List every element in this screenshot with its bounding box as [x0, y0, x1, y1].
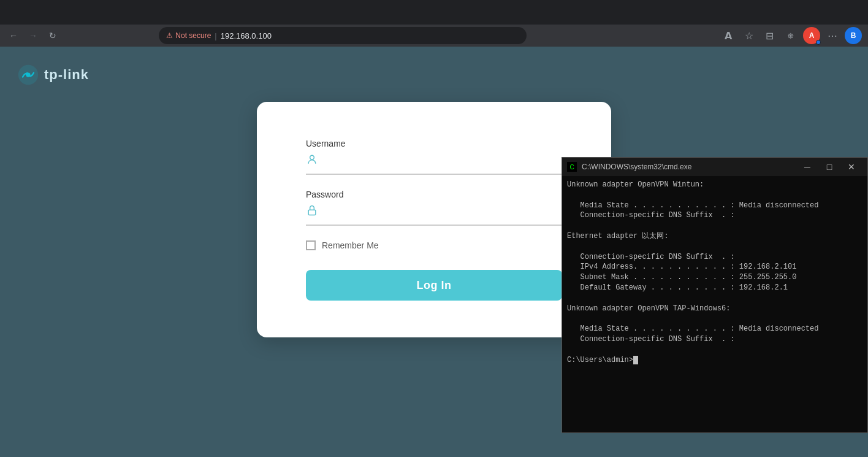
refresh-button[interactable]: ↻: [45, 28, 60, 43]
cmd-window: C C:\WINDOWS\system32\cmd.exe ─ □ ✕ Unkn…: [562, 157, 868, 433]
profile-icon[interactable]: A: [803, 27, 820, 44]
tplink-logo-icon: [17, 64, 39, 86]
profile-dot: [816, 40, 821, 45]
cmd-output: Unknown adapter OpenVPN Wintun: Media St…: [562, 176, 867, 432]
password-group: Password: [306, 190, 562, 226]
svg-rect-3: [308, 210, 316, 215]
lock-icon: [306, 204, 318, 220]
forward-button[interactable]: →: [26, 28, 40, 43]
url-text: 192.168.0.100: [221, 31, 272, 40]
tplink-brand-text: tp-link: [44, 67, 89, 83]
address-bar-row: ← → ↻ ⚠ Not secure | 192.168.0.100 𝗔 ☆ ⊟…: [0, 25, 868, 47]
cmd-minimize-button[interactable]: ─: [796, 158, 818, 176]
cmd-icon: C: [567, 162, 577, 172]
warning-icon: ⚠: [166, 31, 173, 40]
user-icon: [306, 153, 318, 169]
security-indicator: ⚠ Not secure: [166, 31, 211, 40]
separator: |: [215, 31, 216, 40]
cmd-window-controls: ─ □ ✕: [796, 158, 862, 176]
toolbar-icons: 𝗔 ☆ ⊟ ⎈ A ⋯ B: [720, 27, 862, 44]
password-input-wrapper: [306, 204, 562, 226]
username-input[interactable]: [324, 156, 562, 166]
address-bar[interactable]: ⚠ Not secure | 192.168.0.100: [159, 27, 527, 44]
login-button[interactable]: Log In: [306, 270, 562, 301]
cmd-maximize-button[interactable]: □: [818, 158, 840, 176]
password-input[interactable]: [324, 207, 562, 217]
cmd-close-button[interactable]: ✕: [840, 158, 862, 176]
cmd-cursor: [633, 356, 638, 364]
remember-me-label[interactable]: Remember Me: [322, 240, 379, 250]
tplink-logo: tp-link: [17, 64, 89, 86]
back-button[interactable]: ←: [6, 28, 21, 43]
main-content: tp-link Username Password: [0, 47, 868, 457]
browser-wallet-icon[interactable]: ⎈: [782, 27, 799, 44]
remember-me-checkbox[interactable]: [306, 240, 316, 250]
cmd-title: C:\WINDOWS\system32\cmd.exe: [582, 163, 791, 171]
cmd-titlebar: C C:\WINDOWS\system32\cmd.exe ─ □ ✕: [562, 158, 867, 176]
svg-point-2: [310, 155, 314, 159]
not-secure-label: Not secure: [175, 31, 211, 40]
username-input-wrapper: [306, 153, 562, 175]
browser-chrome: [0, 0, 868, 25]
password-label: Password: [306, 190, 562, 199]
read-aloud-icon[interactable]: 𝗔: [720, 27, 737, 44]
favorites-icon[interactable]: ☆: [740, 27, 758, 44]
username-label: Username: [306, 139, 562, 148]
remember-me-group: Remember Me: [306, 240, 562, 250]
more-menu-button[interactable]: ⋯: [824, 27, 841, 44]
bing-icon[interactable]: B: [845, 27, 862, 44]
split-screen-icon[interactable]: ⊟: [761, 27, 779, 44]
login-card: Username Password: [257, 102, 611, 337]
username-group: Username: [306, 139, 562, 175]
